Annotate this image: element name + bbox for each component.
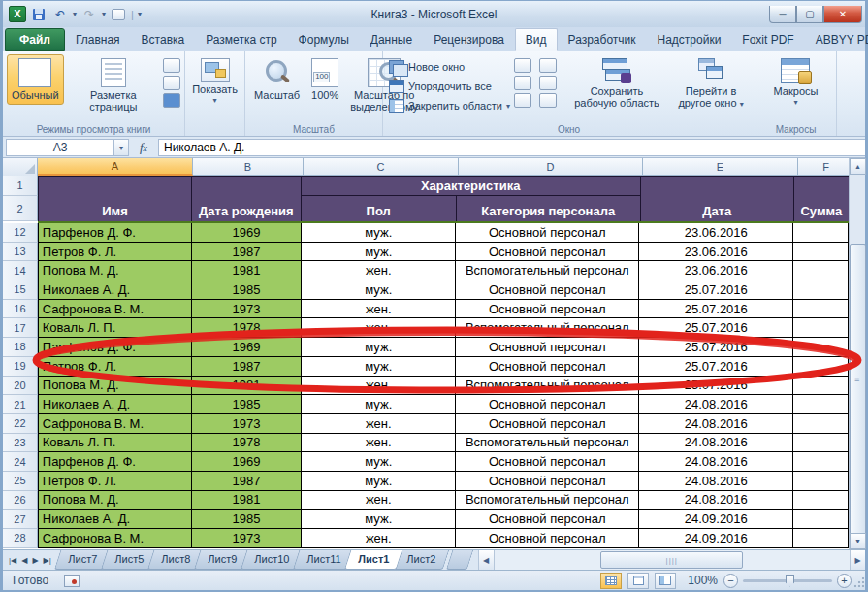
cell-year[interactable]: 1985 [192,510,302,529]
cell-sum-header[interactable]: Сумма [794,177,849,221]
cell-date[interactable]: 24.09.2016 [639,510,793,529]
row-header[interactable]: 21 [3,395,38,414]
cell-name-header[interactable]: Имя [39,177,192,221]
cell-sum-empty[interactable] [793,300,849,319]
cell-date[interactable]: 25.07.2016 [639,280,793,300]
undo-icon[interactable]: ↶ [51,6,69,22]
fx-icon[interactable]: fx [129,140,158,155]
cell-category[interactable]: Основной персонал [456,452,639,472]
undo-dropdown-icon[interactable]: ▾ [73,10,77,18]
save-workspace-button[interactable]: Сохранить рабочую область [564,54,669,113]
cell-category-header[interactable]: Категория персонала [457,196,641,221]
prev-sheet-icon[interactable]: ◀ [19,554,29,567]
cell-year[interactable]: 1978 [192,434,302,453]
cell-category[interactable]: Основной персонал [456,414,639,434]
cell-date[interactable]: 24.08.2016 [639,434,793,453]
close-button[interactable]: ✕ [823,6,862,23]
cell-sex[interactable]: муж. [302,452,456,472]
cell-date[interactable]: 25.07.2016 [639,318,793,338]
cell-date[interactable]: 25.07.2016 [639,357,793,377]
cell-sex[interactable]: жен. [302,300,456,319]
cell-sex[interactable]: жен. [302,318,456,338]
cell-category[interactable]: Основной персонал [456,338,639,357]
scroll-down-icon[interactable]: ▼ [850,533,866,549]
cell-year[interactable]: 1987 [192,472,302,491]
cell-name[interactable]: Коваль Л. П. [38,434,192,453]
row-header[interactable]: 20 [3,377,38,396]
minimize-button[interactable]: ─ [769,6,796,23]
cell-year[interactable]: 1987 [192,357,302,377]
excel-app-icon[interactable]: X [9,6,26,22]
redo-icon[interactable]: ↷ [80,6,98,22]
cell-sex[interactable]: муж. [302,472,456,491]
cell-characteristic-header[interactable]: Характеристика [302,177,641,196]
cell-birthdate-header[interactable]: Дата рождения [192,177,302,221]
row-header[interactable]: 17 [3,318,38,338]
cell-date[interactable]: 23.06.2016 [639,261,793,280]
zoom-button[interactable]: Масштаб [249,54,305,105]
cell-date[interactable]: 24.08.2016 [639,414,793,434]
ribbon-tab[interactable]: Файл [5,28,65,51]
scroll-up-icon[interactable]: ▲ [850,158,866,175]
scroll-right-icon[interactable]: ▶ [850,550,865,570]
cell-sum-empty[interactable] [793,223,849,243]
full-screen-icon[interactable] [163,93,180,108]
column-header-a[interactable]: A [38,158,193,176]
cell-name[interactable]: Петров Ф. Л. [38,357,192,377]
hide-window-icon[interactable] [514,76,531,90]
qat-customize-icon[interactable]: ▾ [138,10,142,18]
cell-year[interactable]: 1981 [192,261,302,280]
save-icon[interactable] [30,6,48,22]
row-header[interactable]: 25 [3,472,38,491]
ribbon-tab[interactable]: Надстройки [647,28,732,51]
cell-year[interactable]: 1973 [192,300,302,319]
reset-window-position-icon[interactable] [539,93,557,108]
ribbon-tab[interactable]: Данные [360,28,423,51]
cell-date-header[interactable]: Дата [641,177,794,221]
status-page-break-button[interactable] [655,573,676,589]
cell-year[interactable]: 1987 [192,243,302,262]
cell-sum-empty[interactable] [793,414,849,434]
cell-name[interactable]: Коваль Л. П. [38,318,192,338]
cell-year[interactable]: 1981 [192,491,302,510]
last-sheet-icon[interactable]: ▶| [42,554,53,567]
cell-year[interactable]: 1973 [192,529,302,548]
cell-year[interactable]: 1981 [192,377,302,396]
cell-sum-empty[interactable] [793,377,849,396]
cell-sex[interactable]: жен. [302,261,456,280]
cell-category[interactable]: Вспомогательный персонал [456,261,639,280]
zoom-slider-thumb[interactable] [786,575,794,587]
cell-name[interactable]: Петров Ф. Л. [38,243,192,262]
name-box-dropdown-icon[interactable]: ▾ [114,139,129,156]
cell-sum-empty[interactable] [793,491,849,510]
horizontal-scrollbar-thumb[interactable]: |||| [600,551,743,569]
row-header[interactable]: 24 [3,452,38,472]
resize-grip[interactable] [852,577,864,589]
first-sheet-icon[interactable]: |◀ [7,554,18,567]
cell-category[interactable]: Основной персонал [456,223,639,243]
cell-sex[interactable]: муж. [302,223,456,243]
cell-name[interactable]: Николаев А. Д. [38,395,192,414]
cell-date[interactable]: 25.07.2016 [639,377,793,396]
cell-category[interactable]: Основной персонал [456,472,639,491]
cell-year[interactable]: 1969 [192,338,302,357]
cell-sex[interactable]: жен. [302,491,456,510]
column-header-e[interactable]: E [643,158,798,176]
status-normal-view-button[interactable] [600,573,622,589]
row-header[interactable]: 19 [3,357,38,377]
scroll-left-icon[interactable]: ◀ [479,550,495,570]
column-header-c[interactable]: C [304,158,459,176]
cell-name[interactable]: Попова М. Д. [38,491,192,510]
cell-year[interactable]: 1985 [192,280,302,300]
cell-date[interactable]: 23.06.2016 [639,223,793,243]
cell-sex[interactable]: жен. [302,434,456,453]
zoom-out-icon[interactable]: − [723,574,738,588]
cell-date[interactable]: 24.08.2016 [639,452,793,472]
cell-sum-empty[interactable] [793,280,849,300]
formula-input[interactable]: Николаев А. Д. [158,139,865,156]
vertical-scrollbar[interactable]: ▲ ▼ [849,158,865,549]
cell-category[interactable]: Вспомогательный персонал [456,318,639,338]
column-header-b[interactable]: B [193,158,304,176]
ribbon-tab[interactable]: ABBYY PDF Tra [805,28,868,51]
insert-sheet-tab[interactable] [445,550,472,570]
